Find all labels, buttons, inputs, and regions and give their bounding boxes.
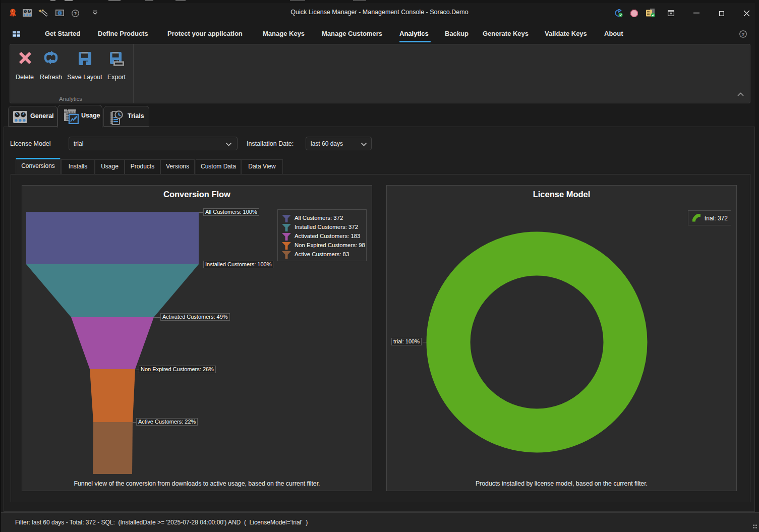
svg-text:?: ? bbox=[74, 11, 77, 16]
svg-text:?: ? bbox=[742, 31, 745, 37]
